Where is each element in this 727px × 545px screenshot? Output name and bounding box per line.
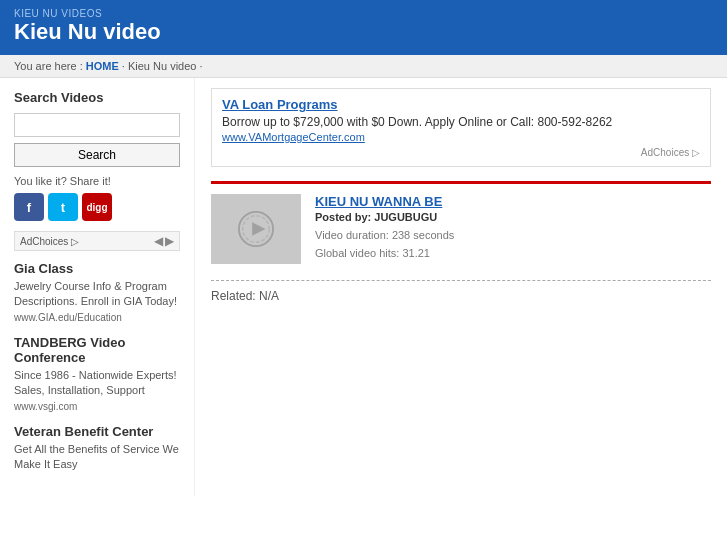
video-info: KIEU NU WANNA BE Posted by: JUGUBUGU Vid… — [315, 194, 711, 264]
top-ad: VA Loan Programs Borrow up to $729,000 w… — [211, 88, 711, 167]
video-duration: 238 seconds — [392, 229, 454, 241]
sidebar-ad-3: Veteran Benefit Center Get All the Benef… — [14, 424, 180, 473]
top-ad-text: Borrow up to $729,000 with $0 Down. Appl… — [222, 115, 700, 129]
adchoices-nav: ◀ ▶ — [154, 234, 174, 248]
search-input[interactable] — [14, 113, 180, 137]
header: KIEU NU VIDEOS Kieu Nu video — [0, 0, 727, 55]
related-section: Related: N/A — [211, 280, 711, 303]
ad-1-url: www.GIA.edu/Education — [14, 312, 180, 323]
video-posted: Posted by: JUGUBUGU — [315, 211, 711, 223]
video-thumbnail[interactable] — [211, 194, 301, 264]
page-layout: Search Videos Search You like it? Share … — [0, 78, 727, 496]
ad-1-title[interactable]: Gia Class — [14, 261, 180, 276]
search-button[interactable]: Search — [14, 143, 180, 167]
related-label: Related: N/A — [211, 289, 279, 303]
ad-2-body: Since 1986 - Nationwide Experts! Sales, … — [14, 368, 180, 399]
breadcrumb-home[interactable]: HOME — [86, 60, 119, 72]
ad-2-url: www.vsgi.com — [14, 401, 180, 412]
share-label: You like it? Share it! — [14, 175, 180, 187]
video-meta: Video duration: 238 seconds Global video… — [315, 227, 711, 262]
video-title[interactable]: KIEU NU WANNA BE — [315, 194, 711, 209]
adchoices-label: AdChoices ▷ — [20, 236, 79, 247]
breadcrumb-prefix: You are here : — [14, 60, 83, 72]
search-section-title: Search Videos — [14, 90, 180, 105]
ad-3-title[interactable]: Veteran Benefit Center — [14, 424, 180, 439]
breadcrumb: You are here : HOME · Kieu Nu video · — [0, 55, 727, 78]
breadcrumb-current: Kieu Nu video — [128, 60, 197, 72]
video-hits-label: Global video hits: — [315, 247, 399, 259]
facebook-icon[interactable]: f — [14, 193, 44, 221]
sidebar-ad-1: Gia Class Jewelry Course Info & Program … — [14, 261, 180, 323]
adchoices-next[interactable]: ▶ — [165, 234, 174, 248]
top-ad-url[interactable]: www.VAMortgageCenter.com — [222, 131, 700, 143]
video-hits: 31.21 — [402, 247, 430, 259]
social-icons: f t digg — [14, 193, 180, 221]
ad-2-title[interactable]: TANDBERG Video Conference — [14, 335, 180, 365]
sidebar-ad-2: TANDBERG Video Conference Since 1986 - N… — [14, 335, 180, 412]
video-posted-label: Posted by: — [315, 211, 371, 223]
video-duration-label: Video duration: — [315, 229, 389, 241]
top-ad-footer: AdChoices ▷ — [222, 147, 700, 158]
svg-marker-2 — [252, 222, 265, 235]
ad-1-body: Jewelry Course Info & Program Descriptio… — [14, 279, 180, 310]
adchoices-bar: AdChoices ▷ ◀ ▶ — [14, 231, 180, 251]
sidebar: Search Videos Search You like it? Share … — [0, 78, 195, 496]
main-content: VA Loan Programs Borrow up to $729,000 w… — [195, 78, 727, 496]
header-title: Kieu Nu video — [14, 19, 713, 45]
top-ad-title[interactable]: VA Loan Programs — [222, 97, 700, 112]
twitter-icon[interactable]: t — [48, 193, 78, 221]
ad-3-body: Get All the Benefits of Service We Make … — [14, 442, 180, 473]
adchoices-prev[interactable]: ◀ — [154, 234, 163, 248]
digg-icon[interactable]: digg — [82, 193, 112, 221]
header-subtitle: KIEU NU VIDEOS — [14, 8, 713, 19]
video-posted-by: JUGUBUGU — [374, 211, 437, 223]
video-entry: KIEU NU WANNA BE Posted by: JUGUBUGU Vid… — [211, 181, 711, 264]
